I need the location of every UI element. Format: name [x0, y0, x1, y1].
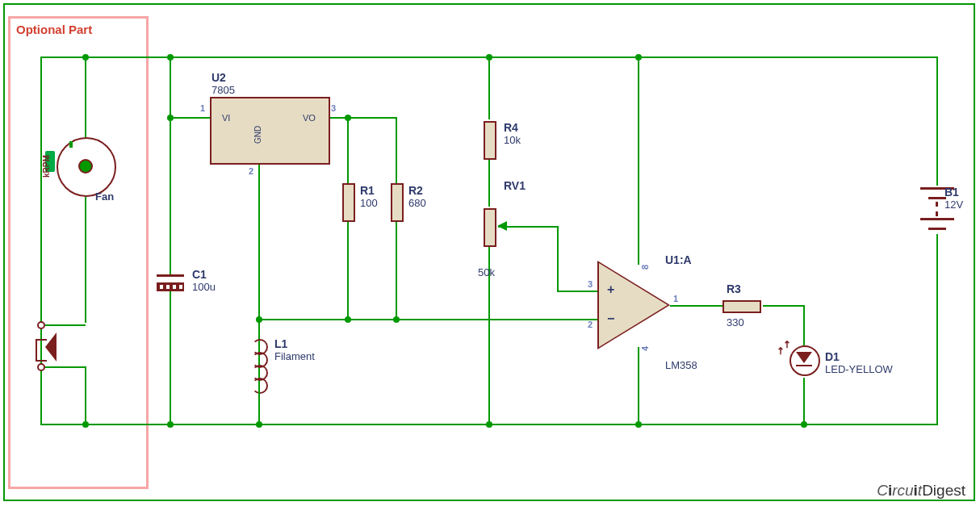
- led-anode-tri: [796, 352, 812, 363]
- u1a-val: LM358: [665, 359, 697, 372]
- pot-rv1: [484, 208, 496, 247]
- opamp-plus: +: [607, 282, 614, 297]
- fan-ref: Fan: [95, 190, 114, 203]
- cap-plate-pol: [157, 282, 184, 291]
- junction-node: [801, 421, 807, 428]
- cap-plate: [157, 274, 184, 277]
- pin-num: 1: [200, 103, 205, 113]
- pin-num: 8: [640, 265, 650, 270]
- wire: [85, 56, 86, 137]
- wire: [936, 234, 938, 424]
- u1a-ref: U1:A: [665, 253, 692, 267]
- r4-val: 10k: [504, 134, 521, 147]
- pin-name: VO: [303, 113, 316, 123]
- wire: [347, 222, 349, 319]
- wire: [327, 117, 396, 119]
- wire: [170, 117, 210, 119]
- wire: [170, 56, 171, 117]
- fan-vent: [69, 141, 73, 148]
- junction-node: [167, 54, 174, 61]
- wire: [638, 56, 639, 265]
- wire: [45, 366, 86, 368]
- rv1-ref: RV1: [504, 179, 526, 193]
- pot-wiper-arrow-icon: [497, 221, 507, 231]
- wire: [557, 291, 597, 292]
- wire: [763, 305, 803, 307]
- r4-ref: R4: [504, 121, 518, 135]
- l1-val: Filament: [274, 350, 315, 363]
- wire: [170, 291, 171, 424]
- junction-node: [345, 316, 351, 323]
- wire: [557, 226, 559, 291]
- junction-node: [486, 54, 492, 61]
- junction-node: [167, 115, 174, 121]
- r3-ref: R3: [727, 282, 741, 296]
- opamp-minus: −: [607, 312, 614, 326]
- wire: [258, 186, 260, 319]
- wire: [488, 56, 490, 119]
- junction-node: [635, 421, 642, 428]
- junction-node: [167, 421, 174, 428]
- wire: [85, 197, 86, 323]
- wire: [85, 366, 86, 424]
- r1-val: 100: [360, 197, 378, 210]
- resistor-r3: [722, 300, 761, 313]
- b1-val: 12V: [944, 199, 963, 211]
- optional-part-label: Optional Part: [16, 23, 92, 36]
- wire: [670, 305, 722, 307]
- regulator-u2: [210, 97, 330, 165]
- resistor-r4: [484, 121, 496, 160]
- junction-node: [635, 54, 642, 61]
- pin-num: 2: [249, 166, 253, 176]
- watermark: CircuitDigest: [877, 482, 965, 500]
- pin-num: 2: [588, 320, 593, 329]
- junction-node: [393, 316, 400, 323]
- r2-ref: R2: [408, 184, 423, 198]
- junction-node: [486, 421, 492, 428]
- wire: [258, 161, 260, 186]
- fan-unit: kRPM: [42, 155, 51, 178]
- battery-plate: [928, 197, 946, 199]
- wire: [488, 160, 490, 207]
- buzzer-pin: [37, 321, 45, 329]
- wire: [258, 319, 397, 320]
- wire: [803, 305, 805, 345]
- optional-part-box: [8, 16, 149, 489]
- pin-num: 3: [331, 103, 336, 113]
- wire: [638, 347, 639, 424]
- pin-name: VI: [222, 113, 230, 123]
- coil: [252, 378, 268, 394]
- l1-ref: L1: [274, 337, 287, 351]
- wire: [258, 391, 260, 424]
- r1-ref: R1: [360, 184, 375, 198]
- junction-node: [256, 316, 262, 323]
- b1-ref: B1: [944, 186, 959, 199]
- fan-center: [78, 159, 93, 174]
- wire: [396, 117, 397, 183]
- battery-plate: [928, 228, 946, 230]
- u2-ref: U2: [211, 71, 226, 85]
- buzzer-pin: [37, 363, 45, 371]
- resistor-r2: [391, 183, 404, 222]
- wire: [170, 117, 171, 274]
- wire: [45, 324, 86, 326]
- pin-num: 4: [640, 346, 650, 351]
- c1-ref: C1: [192, 268, 207, 282]
- junction-node: [82, 54, 89, 61]
- battery-plate: [920, 218, 954, 220]
- buzzer-cone-icon: [45, 332, 57, 362]
- d1-val: LED-YELLOW: [825, 363, 893, 376]
- rv1-val: 50k: [478, 266, 495, 279]
- wire: [803, 378, 805, 424]
- wire: [936, 56, 938, 186]
- junction-node: [345, 115, 351, 121]
- resistor-r1: [342, 183, 355, 222]
- r3-val: 330: [727, 316, 744, 329]
- battery-dash: [936, 202, 940, 216]
- wire: [396, 319, 597, 320]
- led-cathode-bar: [796, 365, 812, 366]
- wire: [396, 222, 397, 319]
- wire: [347, 117, 349, 183]
- pin-num: 1: [673, 294, 678, 303]
- c1-val: 100u: [192, 281, 216, 294]
